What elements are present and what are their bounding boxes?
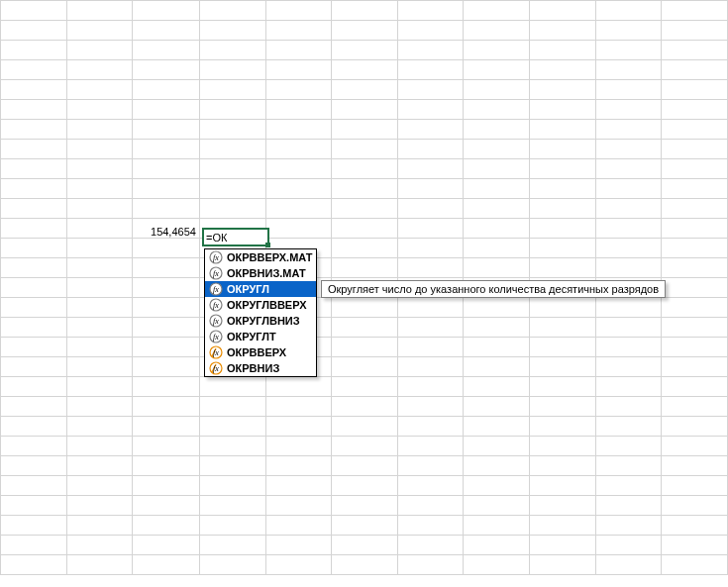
- cell[interactable]: [1, 278, 67, 298]
- cell[interactable]: [662, 496, 728, 516]
- cell[interactable]: [397, 318, 464, 338]
- cell[interactable]: [199, 476, 265, 496]
- cell[interactable]: [265, 159, 332, 179]
- autocomplete-item[interactable]: fxОКРВВЕРХ.МАТ: [205, 249, 316, 265]
- cell[interactable]: [595, 437, 662, 456]
- cell[interactable]: [1, 219, 67, 239]
- cell[interactable]: [265, 476, 332, 496]
- cell[interactable]: [332, 1, 398, 21]
- cell[interactable]: [1, 298, 67, 318]
- cell[interactable]: [332, 239, 398, 258]
- cell[interactable]: [662, 21, 728, 41]
- cell[interactable]: [332, 179, 398, 199]
- cell[interactable]: [397, 298, 464, 318]
- cell[interactable]: [662, 456, 728, 476]
- cell[interactable]: [397, 80, 464, 100]
- cell[interactable]: [332, 496, 398, 516]
- cell[interactable]: [133, 516, 200, 536]
- cell[interactable]: [530, 536, 596, 555]
- cell[interactable]: [1, 318, 67, 338]
- cell[interactable]: [199, 1, 265, 21]
- cell[interactable]: [464, 357, 530, 377]
- cell[interactable]: [530, 120, 596, 140]
- autocomplete-item[interactable]: fxОКРВНИЗ.МАТ: [205, 265, 316, 281]
- cell-value[interactable]: 154,4654: [133, 219, 200, 239]
- autocomplete-item[interactable]: fxОКРУГЛ: [205, 281, 316, 297]
- cell[interactable]: [595, 41, 662, 60]
- cell[interactable]: [133, 555, 200, 575]
- cell[interactable]: [133, 159, 200, 179]
- cell[interactable]: [133, 298, 200, 318]
- cell[interactable]: [662, 397, 728, 417]
- cell[interactable]: [332, 159, 398, 179]
- cell[interactable]: [530, 338, 596, 357]
- cell[interactable]: [199, 100, 265, 120]
- cell[interactable]: [662, 318, 728, 338]
- cell[interactable]: [662, 199, 728, 219]
- cell[interactable]: [332, 120, 398, 140]
- cell[interactable]: [66, 219, 133, 239]
- cell[interactable]: [66, 555, 133, 575]
- cell[interactable]: [595, 417, 662, 437]
- cell[interactable]: [397, 476, 464, 496]
- cell[interactable]: [662, 417, 728, 437]
- cell[interactable]: [397, 516, 464, 536]
- cell[interactable]: [530, 555, 596, 575]
- cell[interactable]: [66, 199, 133, 219]
- cell[interactable]: [332, 258, 398, 278]
- cell[interactable]: [133, 536, 200, 555]
- cell[interactable]: [595, 338, 662, 357]
- cell[interactable]: [464, 536, 530, 555]
- cell[interactable]: [595, 318, 662, 338]
- cell[interactable]: [464, 159, 530, 179]
- cell[interactable]: [464, 140, 530, 159]
- cell[interactable]: [530, 298, 596, 318]
- cell[interactable]: [464, 456, 530, 476]
- cell[interactable]: [199, 60, 265, 80]
- cell[interactable]: [397, 159, 464, 179]
- cell[interactable]: [595, 21, 662, 41]
- cell[interactable]: [133, 258, 200, 278]
- cell[interactable]: [464, 437, 530, 456]
- cell[interactable]: [332, 100, 398, 120]
- cell[interactable]: [332, 357, 398, 377]
- cell[interactable]: [1, 338, 67, 357]
- cell[interactable]: [464, 41, 530, 60]
- cell[interactable]: [530, 1, 596, 21]
- cell[interactable]: [464, 21, 530, 41]
- cell[interactable]: [199, 516, 265, 536]
- cell[interactable]: [530, 21, 596, 41]
- cell[interactable]: [464, 298, 530, 318]
- cell[interactable]: [397, 239, 464, 258]
- cell[interactable]: [530, 199, 596, 219]
- cell[interactable]: [133, 239, 200, 258]
- active-cell-editor[interactable]: =ОК: [202, 228, 269, 246]
- cell[interactable]: [133, 21, 200, 41]
- cell[interactable]: [66, 258, 133, 278]
- cell[interactable]: [66, 140, 133, 159]
- cell[interactable]: [66, 298, 133, 318]
- cell[interactable]: [662, 239, 728, 258]
- cell[interactable]: [662, 338, 728, 357]
- cell[interactable]: [595, 476, 662, 496]
- cell[interactable]: [66, 278, 133, 298]
- cell[interactable]: [66, 60, 133, 80]
- cell[interactable]: [133, 41, 200, 60]
- cell[interactable]: [464, 397, 530, 417]
- cell[interactable]: [595, 159, 662, 179]
- cell[interactable]: [133, 496, 200, 516]
- cell[interactable]: [530, 60, 596, 80]
- cell[interactable]: [332, 456, 398, 476]
- cell[interactable]: [199, 555, 265, 575]
- cell[interactable]: [133, 80, 200, 100]
- cell[interactable]: [66, 179, 133, 199]
- cell[interactable]: [332, 417, 398, 437]
- autocomplete-item[interactable]: fxОКРУГЛВНИЗ: [205, 313, 316, 329]
- cell[interactable]: [595, 258, 662, 278]
- cell[interactable]: [530, 357, 596, 377]
- cell[interactable]: [332, 60, 398, 80]
- cell[interactable]: [530, 41, 596, 60]
- cell[interactable]: [66, 536, 133, 555]
- cell[interactable]: [332, 219, 398, 239]
- cell[interactable]: [265, 80, 332, 100]
